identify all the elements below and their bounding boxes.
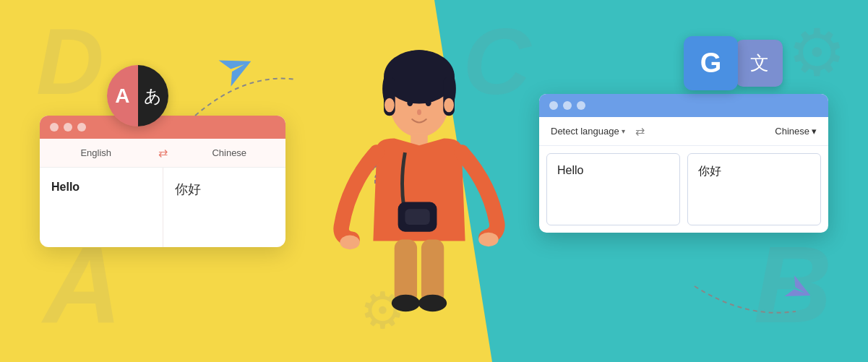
right-input-text: Hello: [557, 164, 583, 176]
right-content-area: Hello 你好: [539, 146, 828, 233]
google-g-letter: G: [700, 48, 722, 79]
google-icon: G: [684, 36, 738, 90]
chinese-lang-chevron: ▾: [812, 126, 817, 137]
svg-rect-16: [395, 239, 417, 303]
chinese-language-label: Chinese: [775, 126, 809, 137]
dot-3: [77, 123, 86, 132]
gear-icon-right: ⚙: [788, 14, 846, 90]
right-lang-bar: Detect language ▾ ⇄ Chinese ▾: [539, 117, 828, 146]
svg-point-8: [417, 109, 421, 115]
svg-rect-17: [421, 239, 444, 303]
right-dot-1: [549, 101, 558, 110]
left-input-text: Hello: [51, 181, 80, 193]
left-output-text: 你好: [175, 182, 201, 197]
right-input-cell[interactable]: Hello: [546, 153, 680, 225]
dot-1: [50, 123, 59, 132]
source-language-left[interactable]: English: [40, 145, 152, 161]
svg-point-13: [478, 233, 498, 247]
detect-lang-chevron: ▾: [622, 127, 625, 135]
chinese-language-selector[interactable]: Chinese ▾: [775, 126, 817, 137]
bg-letter-d: D: [36, 7, 104, 116]
translate-icon-left: A あ: [107, 65, 168, 126]
svg-point-7: [426, 100, 431, 106]
right-dot-3: [577, 101, 585, 110]
target-language-left[interactable]: Chinese: [173, 145, 286, 161]
main-container: D A ⚙ C B ⚙ ? ? ? English ⇄ Chinese Hel: [0, 0, 868, 362]
right-translator-window: Detect language ▾ ⇄ Chinese ▾ Hello 你好: [539, 94, 828, 233]
right-output-text: 你好: [698, 165, 721, 177]
svg-marker-0: [219, 48, 257, 87]
person-illustration: [332, 22, 506, 354]
svg-rect-15: [405, 209, 429, 225]
left-content-area: Hello 你好: [40, 168, 285, 247]
right-dot-2: [563, 101, 572, 110]
swap-icon-left[interactable]: ⇄: [152, 146, 173, 160]
detect-language-selector[interactable]: Detect language ▾: [551, 126, 625, 137]
right-output-cell: 你好: [687, 153, 821, 225]
svg-marker-20: [785, 275, 816, 306]
left-output-cell: 你好: [163, 168, 286, 247]
dot-2: [64, 123, 72, 132]
left-input-cell[interactable]: Hello: [40, 168, 163, 247]
translate-symbol-text: 文: [750, 51, 769, 76]
left-translator-window: English ⇄ Chinese Hello 你好: [40, 116, 285, 247]
svg-point-9: [384, 98, 395, 113]
svg-point-12: [340, 236, 359, 250]
swap-icon-right[interactable]: ⇄: [635, 124, 645, 138]
svg-point-19: [418, 295, 447, 311]
svg-point-18: [392, 295, 420, 311]
detect-language-label: Detect language: [551, 126, 619, 137]
svg-point-6: [407, 100, 413, 106]
right-title-bar: [539, 94, 828, 117]
svg-point-10: [444, 98, 454, 113]
translate-symbol-card: 文: [736, 40, 783, 87]
left-lang-bar: English ⇄ Chinese: [40, 139, 285, 168]
